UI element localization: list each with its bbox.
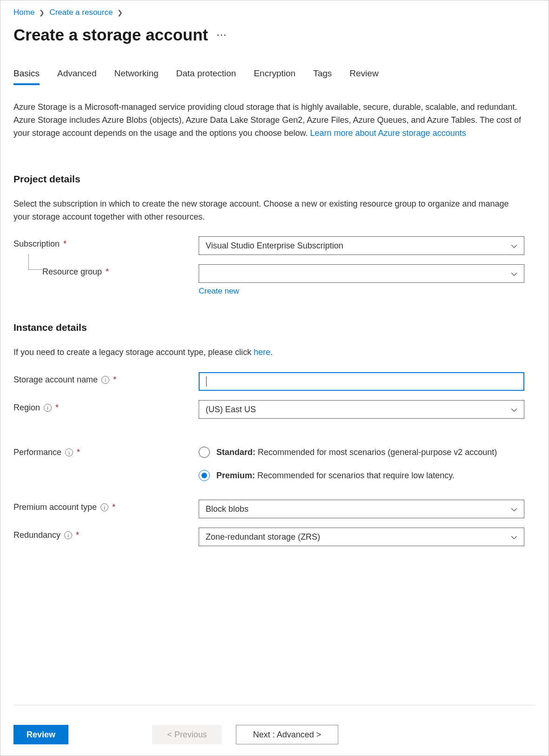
perf-standard-desc: Recommended for most scenarios (general-…	[255, 448, 497, 457]
perf-premium-desc: Recommended for scenarios that require l…	[255, 471, 455, 480]
page-title: Create a storage account	[13, 26, 208, 44]
text-cursor-icon	[206, 376, 207, 387]
premium-account-type-value: Block blobs	[206, 504, 248, 514]
required-icon: *	[112, 502, 115, 512]
perf-premium-title: Premium:	[216, 471, 255, 480]
storage-account-name-label: Storage account name	[13, 375, 98, 385]
performance-label: Performance	[13, 448, 61, 457]
breadcrumb-create-resource[interactable]: Create a resource	[49, 8, 113, 17]
chevron-right-icon: ❯	[117, 9, 123, 16]
performance-radio-premium[interactable]: Premium: Recommended for scenarios that …	[199, 470, 524, 481]
instance-desc-post: .	[270, 348, 273, 357]
info-icon[interactable]: i	[44, 404, 52, 412]
instance-desc-pre: If you need to create a legacy storage a…	[13, 348, 254, 357]
info-icon[interactable]: i	[65, 448, 73, 456]
required-icon: *	[106, 267, 109, 277]
resource-group-select[interactable]	[199, 264, 524, 283]
chevron-down-icon	[511, 242, 517, 249]
region-value: (US) East US	[206, 405, 256, 415]
radio-icon	[199, 470, 210, 481]
footer-separator	[13, 705, 536, 705]
info-icon[interactable]: i	[101, 376, 109, 384]
tab-networking[interactable]: Networking	[114, 68, 158, 85]
resource-group-label: Resource group	[42, 267, 102, 277]
required-icon: *	[63, 239, 67, 249]
footer: Review < Previous Next : Advanced >	[13, 725, 536, 744]
tab-data-protection[interactable]: Data protection	[176, 68, 236, 85]
chevron-right-icon: ❯	[39, 9, 45, 16]
radio-icon	[199, 447, 210, 458]
tab-advanced[interactable]: Advanced	[57, 68, 97, 85]
region-select[interactable]: (US) East US	[199, 400, 524, 419]
required-icon: *	[113, 375, 116, 385]
intro-text: Azure Storage is a Microsoft-managed ser…	[13, 101, 525, 140]
breadcrumb: Home ❯ Create a resource ❯	[13, 5, 536, 17]
chevron-down-icon	[511, 270, 517, 277]
storage-account-name-input[interactable]	[199, 372, 524, 391]
premium-account-type-label: Premium account type	[13, 502, 97, 512]
next-button[interactable]: Next : Advanced >	[236, 725, 338, 744]
chevron-down-icon	[511, 406, 517, 413]
tab-basics[interactable]: Basics	[13, 68, 40, 85]
redundancy-value: Zone-redundant storage (ZRS)	[206, 532, 320, 542]
project-details-heading: Project details	[13, 174, 536, 185]
create-new-link[interactable]: Create new	[199, 287, 239, 296]
subscription-value: Visual Studio Enterprise Subscription	[206, 241, 343, 251]
chevron-down-icon	[511, 534, 517, 540]
breadcrumb-home[interactable]: Home	[13, 8, 34, 17]
info-icon[interactable]: i	[100, 503, 108, 511]
instance-details-heading: Instance details	[13, 322, 536, 333]
more-actions-icon[interactable]: ⋯	[216, 29, 227, 41]
previous-button: < Previous	[152, 725, 222, 744]
tab-tags[interactable]: Tags	[313, 68, 332, 85]
required-icon: *	[76, 530, 79, 540]
premium-account-type-select[interactable]: Block blobs	[199, 500, 524, 518]
tree-line-icon	[28, 254, 42, 270]
review-button[interactable]: Review	[13, 725, 68, 744]
legacy-here-link[interactable]: here	[254, 348, 270, 357]
redundancy-label: Redundancy	[13, 530, 60, 540]
project-details-desc: Select the subscription in which to crea…	[13, 198, 525, 224]
required-icon: *	[55, 403, 59, 413]
performance-radio-group: Standard: Recommended for most scenarios…	[199, 445, 524, 481]
redundancy-select[interactable]: Zone-redundant storage (ZRS)	[199, 528, 524, 546]
tab-encryption[interactable]: Encryption	[254, 68, 295, 85]
perf-standard-title: Standard:	[216, 448, 255, 457]
tab-review[interactable]: Review	[349, 68, 378, 85]
performance-radio-standard[interactable]: Standard: Recommended for most scenarios…	[199, 447, 524, 458]
region-label: Region	[13, 403, 40, 413]
info-icon[interactable]: i	[64, 531, 72, 539]
page-frame: Home ❯ Create a resource ❯ Create a stor…	[0, 0, 549, 756]
tabs: Basics Advanced Networking Data protecti…	[13, 68, 536, 85]
instance-details-desc: If you need to create a legacy storage a…	[13, 346, 525, 359]
required-icon: *	[77, 448, 80, 457]
subscription-select[interactable]: Visual Studio Enterprise Subscription	[199, 236, 524, 255]
learn-more-link[interactable]: Learn more about Azure storage accounts	[310, 128, 466, 138]
subscription-label: Subscription	[13, 239, 60, 249]
chevron-down-icon	[511, 506, 517, 512]
